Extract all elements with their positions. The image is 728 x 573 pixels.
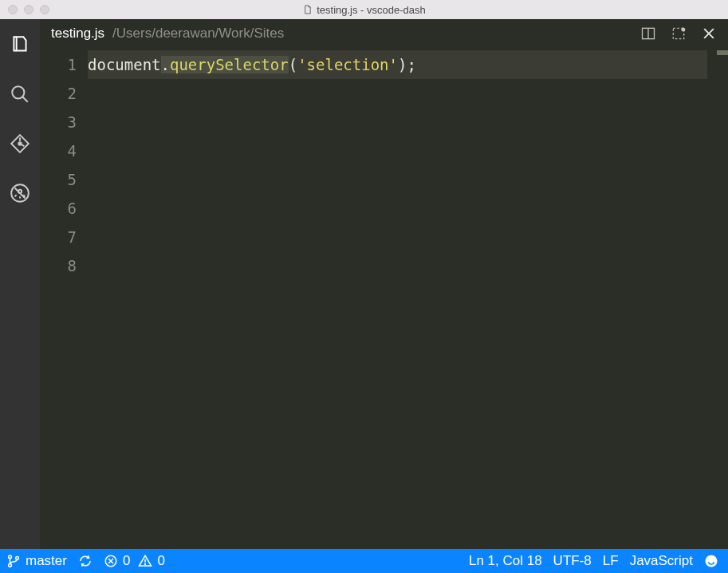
token-punct: ( [289, 56, 297, 73]
scm-icon [10, 133, 30, 154]
close-editor-button[interactable] [698, 22, 720, 45]
svg-point-27 [713, 559, 714, 560]
svg-line-4 [22, 144, 24, 146]
minimize-window-dot[interactable] [24, 5, 33, 14]
eol-label: LF [603, 553, 619, 569]
line-number: 5 [40, 165, 77, 194]
status-cursor[interactable]: Ln 1, Col 18 [469, 553, 542, 569]
code-line[interactable]: document.querySelector('selection'); [88, 50, 717, 79]
line-number: 4 [40, 136, 77, 165]
token-string: 'selection' [297, 56, 398, 73]
branch-name: master [26, 553, 67, 569]
zoom-window-dot[interactable] [40, 5, 49, 14]
cursor-position: Ln 1, Col 18 [469, 553, 542, 569]
code-editor[interactable]: 1 2 3 4 5 6 7 8 document.querySelector('… [40, 47, 728, 549]
token-punct: ); [398, 56, 416, 73]
files-icon [10, 34, 30, 55]
search-icon [10, 84, 30, 105]
debug-icon [10, 183, 30, 204]
overview-cursor-marker [717, 50, 728, 55]
file-icon [302, 5, 312, 14]
sync-icon [78, 554, 92, 568]
smile-icon [704, 554, 718, 568]
window-controls[interactable] [0, 5, 49, 14]
editor-tab-bar: testing.js /Users/deerawan/Work/Sites [40, 19, 728, 47]
error-count: 0 [123, 553, 130, 569]
svg-point-19 [16, 556, 19, 559]
line-number: 8 [40, 251, 77, 280]
tab-path: /Users/deerawan/Work/Sites [112, 26, 284, 41]
status-bar: master 0 0 Ln 1, Col 18 UTF-8 LF JavaScr… [0, 549, 728, 573]
dotted-box-icon [671, 26, 687, 41]
overview-ruler[interactable] [717, 47, 728, 549]
activity-explorer[interactable] [0, 29, 40, 61]
svg-point-17 [9, 555, 12, 559]
svg-point-7 [18, 190, 22, 193]
svg-point-24 [145, 563, 146, 564]
code-line[interactable] [88, 251, 717, 280]
line-number-gutter: 1 2 3 4 5 6 7 8 [40, 47, 88, 549]
code-line[interactable] [88, 223, 717, 251]
code-line[interactable] [88, 165, 717, 194]
code-line[interactable] [88, 194, 717, 223]
svg-point-14 [681, 27, 685, 31]
warning-count: 0 [157, 553, 164, 569]
window-title-text: testing.js - vscode-dash [317, 4, 426, 16]
editor-group: testing.js /Users/deerawan/Work/Sites 1 … [40, 19, 728, 549]
svg-point-25 [706, 555, 718, 567]
encoding-label: UTF-8 [553, 553, 592, 569]
activity-bar [0, 19, 40, 549]
error-icon [104, 554, 118, 568]
line-number: 3 [40, 108, 77, 136]
status-encoding[interactable]: UTF-8 [553, 553, 592, 569]
activity-scm[interactable] [0, 128, 40, 160]
title-bar: testing.js - vscode-dash [0, 0, 728, 19]
language-label: JavaScript [630, 553, 693, 569]
status-sync[interactable] [78, 554, 92, 568]
svg-point-18 [9, 563, 12, 567]
svg-point-0 [12, 86, 24, 98]
code-area[interactable]: document.querySelector('selection'); [88, 47, 717, 549]
status-errors[interactable]: 0 0 [104, 553, 165, 569]
svg-point-26 [708, 559, 710, 560]
activity-debug[interactable] [0, 177, 40, 209]
split-icon [640, 26, 656, 41]
status-eol[interactable]: LF [603, 553, 619, 569]
line-number: 1 [40, 50, 77, 79]
status-branch[interactable]: master [6, 553, 67, 569]
status-language[interactable]: JavaScript [630, 553, 693, 569]
svg-line-1 [22, 97, 28, 102]
tab-filename[interactable]: testing.js [51, 26, 104, 41]
status-feedback[interactable] [704, 554, 718, 568]
show-opened-editors-button[interactable] [667, 22, 690, 45]
code-line[interactable] [88, 136, 717, 165]
svg-line-8 [15, 195, 17, 196]
window-title: testing.js - vscode-dash [302, 4, 426, 16]
line-number: 7 [40, 223, 77, 251]
token-method: querySelector [170, 56, 289, 73]
line-number: 2 [40, 79, 77, 108]
code-line[interactable] [88, 79, 717, 108]
warning-icon [138, 554, 152, 568]
close-window-dot[interactable] [8, 5, 18, 14]
branch-icon [6, 554, 21, 568]
token-ident: document [88, 56, 161, 73]
close-icon [701, 26, 717, 41]
activity-search[interactable] [0, 78, 40, 110]
line-number: 6 [40, 194, 77, 223]
token-punct: . [161, 56, 170, 73]
split-editor-button[interactable] [637, 22, 659, 45]
code-line[interactable] [88, 108, 717, 136]
